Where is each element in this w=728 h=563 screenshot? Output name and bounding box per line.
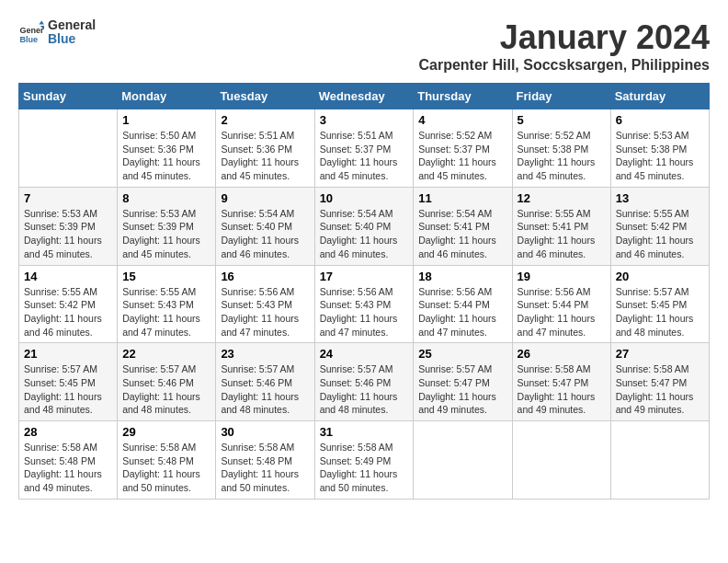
day-number: 17 xyxy=(320,270,409,283)
day-number: 20 xyxy=(616,270,704,283)
calendar-cell: 6Sunrise: 5:53 AM Sunset: 5:38 PM Daylig… xyxy=(610,109,709,188)
day-number: 9 xyxy=(221,191,309,205)
header-cell-wednesday: Wednesday xyxy=(314,84,414,109)
day-number: 14 xyxy=(24,270,112,283)
day-info: Sunrise: 5:58 AM Sunset: 5:48 PM Dayligh… xyxy=(24,441,112,495)
logo-icon: General Blue xyxy=(18,19,44,45)
logo-blue: Blue xyxy=(48,32,96,46)
day-info: Sunrise: 5:55 AM Sunset: 5:42 PM Dayligh… xyxy=(616,207,704,261)
day-number: 27 xyxy=(616,347,704,361)
calendar-cell: 11Sunrise: 5:54 AM Sunset: 5:41 PM Dayli… xyxy=(414,187,512,265)
calendar-cell: 2Sunrise: 5:51 AM Sunset: 5:36 PM Daylig… xyxy=(216,109,314,188)
day-info: Sunrise: 5:53 AM Sunset: 5:38 PM Dayligh… xyxy=(616,129,704,183)
day-info: Sunrise: 5:56 AM Sunset: 5:44 PM Dayligh… xyxy=(518,285,606,339)
svg-marker-2 xyxy=(39,21,44,25)
day-info: Sunrise: 5:53 AM Sunset: 5:39 PM Dayligh… xyxy=(24,207,112,261)
day-info: Sunrise: 5:54 AM Sunset: 5:40 PM Dayligh… xyxy=(320,207,409,261)
calendar-cell xyxy=(512,421,610,500)
header-cell-monday: Monday xyxy=(118,84,216,109)
header-cell-thursday: Thursday xyxy=(414,84,512,109)
calendar-cell: 7Sunrise: 5:53 AM Sunset: 5:39 PM Daylig… xyxy=(19,187,118,265)
day-number: 5 xyxy=(518,113,606,127)
day-info: Sunrise: 5:58 AM Sunset: 5:47 PM Dayligh… xyxy=(518,362,606,417)
calendar-cell: 25Sunrise: 5:57 AM Sunset: 5:47 PM Dayli… xyxy=(414,343,512,421)
calendar-cell: 27Sunrise: 5:58 AM Sunset: 5:47 PM Dayli… xyxy=(610,343,709,421)
day-info: Sunrise: 5:57 AM Sunset: 5:46 PM Dayligh… xyxy=(320,362,409,417)
day-number: 31 xyxy=(320,425,409,439)
day-number: 18 xyxy=(418,270,506,283)
calendar-cell: 24Sunrise: 5:57 AM Sunset: 5:46 PM Dayli… xyxy=(314,343,414,421)
day-number: 22 xyxy=(122,347,210,361)
calendar-header-row: SundayMondayTuesdayWednesdayThursdayFrid… xyxy=(19,84,710,109)
day-number: 3 xyxy=(320,113,409,127)
calendar-subtitle: Carpenter Hill, Soccsksargen, Philippine… xyxy=(418,57,710,74)
day-number: 28 xyxy=(24,425,112,439)
calendar-cell: 12Sunrise: 5:55 AM Sunset: 5:41 PM Dayli… xyxy=(512,187,610,265)
day-info: Sunrise: 5:51 AM Sunset: 5:37 PM Dayligh… xyxy=(320,129,409,183)
calendar-cell: 26Sunrise: 5:58 AM Sunset: 5:47 PM Dayli… xyxy=(512,343,610,421)
calendar-week-row: 21Sunrise: 5:57 AM Sunset: 5:45 PM Dayli… xyxy=(19,343,710,421)
day-info: Sunrise: 5:57 AM Sunset: 5:45 PM Dayligh… xyxy=(616,285,704,339)
calendar-cell: 20Sunrise: 5:57 AM Sunset: 5:45 PM Dayli… xyxy=(610,265,709,343)
calendar-cell: 29Sunrise: 5:58 AM Sunset: 5:48 PM Dayli… xyxy=(118,421,216,500)
day-info: Sunrise: 5:53 AM Sunset: 5:39 PM Dayligh… xyxy=(122,207,210,261)
calendar-cell: 18Sunrise: 5:56 AM Sunset: 5:44 PM Dayli… xyxy=(414,265,512,343)
calendar-cell: 14Sunrise: 5:55 AM Sunset: 5:42 PM Dayli… xyxy=(19,265,118,343)
day-number: 2 xyxy=(221,113,309,127)
calendar-cell: 15Sunrise: 5:55 AM Sunset: 5:43 PM Dayli… xyxy=(118,265,216,343)
day-number: 10 xyxy=(320,191,409,205)
calendar-cell: 9Sunrise: 5:54 AM Sunset: 5:40 PM Daylig… xyxy=(216,187,314,265)
day-info: Sunrise: 5:58 AM Sunset: 5:49 PM Dayligh… xyxy=(320,441,409,495)
calendar-cell: 10Sunrise: 5:54 AM Sunset: 5:40 PM Dayli… xyxy=(314,187,414,265)
day-info: Sunrise: 5:57 AM Sunset: 5:46 PM Dayligh… xyxy=(221,362,309,417)
day-number: 8 xyxy=(122,191,210,205)
day-number: 21 xyxy=(24,347,112,361)
calendar-week-row: 7Sunrise: 5:53 AM Sunset: 5:39 PM Daylig… xyxy=(19,187,710,265)
header-cell-saturday: Saturday xyxy=(610,84,709,109)
header: General Blue General Blue January 2024 C… xyxy=(18,18,710,74)
day-number: 29 xyxy=(122,425,210,439)
day-number: 25 xyxy=(418,347,506,361)
day-info: Sunrise: 5:50 AM Sunset: 5:36 PM Dayligh… xyxy=(122,129,210,183)
calendar-cell: 3Sunrise: 5:51 AM Sunset: 5:37 PM Daylig… xyxy=(314,109,414,188)
calendar-cell: 13Sunrise: 5:55 AM Sunset: 5:42 PM Dayli… xyxy=(610,187,709,265)
day-number: 1 xyxy=(122,113,210,127)
calendar-cell: 23Sunrise: 5:57 AM Sunset: 5:46 PM Dayli… xyxy=(216,343,314,421)
calendar-title: January 2024 xyxy=(418,18,710,57)
day-number: 13 xyxy=(616,191,704,205)
calendar-cell: 8Sunrise: 5:53 AM Sunset: 5:39 PM Daylig… xyxy=(118,187,216,265)
title-area: January 2024 Carpenter Hill, Soccsksarge… xyxy=(418,18,710,74)
calendar-week-row: 14Sunrise: 5:55 AM Sunset: 5:42 PM Dayli… xyxy=(19,265,710,343)
day-info: Sunrise: 5:57 AM Sunset: 5:45 PM Dayligh… xyxy=(24,362,112,417)
day-info: Sunrise: 5:58 AM Sunset: 5:48 PM Dayligh… xyxy=(122,441,210,495)
day-number: 11 xyxy=(418,191,506,205)
day-number: 23 xyxy=(221,347,309,361)
svg-text:Blue: Blue xyxy=(19,35,38,44)
day-info: Sunrise: 5:55 AM Sunset: 5:42 PM Dayligh… xyxy=(24,285,112,339)
day-info: Sunrise: 5:55 AM Sunset: 5:41 PM Dayligh… xyxy=(518,207,606,261)
day-info: Sunrise: 5:58 AM Sunset: 5:48 PM Dayligh… xyxy=(221,441,309,495)
day-number: 15 xyxy=(122,270,210,283)
day-info: Sunrise: 5:52 AM Sunset: 5:37 PM Dayligh… xyxy=(418,129,506,183)
calendar-cell xyxy=(610,421,709,500)
calendar-cell xyxy=(19,109,118,188)
calendar-cell: 1Sunrise: 5:50 AM Sunset: 5:36 PM Daylig… xyxy=(118,109,216,188)
calendar-cell: 31Sunrise: 5:58 AM Sunset: 5:49 PM Dayli… xyxy=(314,421,414,500)
calendar-cell: 19Sunrise: 5:56 AM Sunset: 5:44 PM Dayli… xyxy=(512,265,610,343)
calendar-cell: 30Sunrise: 5:58 AM Sunset: 5:48 PM Dayli… xyxy=(216,421,314,500)
calendar-cell xyxy=(414,421,512,500)
day-info: Sunrise: 5:54 AM Sunset: 5:40 PM Dayligh… xyxy=(221,207,309,261)
calendar-week-row: 1Sunrise: 5:50 AM Sunset: 5:36 PM Daylig… xyxy=(19,109,710,188)
day-info: Sunrise: 5:57 AM Sunset: 5:46 PM Dayligh… xyxy=(122,362,210,417)
calendar-week-row: 28Sunrise: 5:58 AM Sunset: 5:48 PM Dayli… xyxy=(19,421,710,500)
calendar-table: SundayMondayTuesdayWednesdayThursdayFrid… xyxy=(18,83,710,500)
day-number: 30 xyxy=(221,425,309,439)
day-info: Sunrise: 5:55 AM Sunset: 5:43 PM Dayligh… xyxy=(122,285,210,339)
calendar-cell: 21Sunrise: 5:57 AM Sunset: 5:45 PM Dayli… xyxy=(19,343,118,421)
day-info: Sunrise: 5:56 AM Sunset: 5:44 PM Dayligh… xyxy=(418,285,506,339)
calendar-cell: 22Sunrise: 5:57 AM Sunset: 5:46 PM Dayli… xyxy=(118,343,216,421)
calendar-cell: 16Sunrise: 5:56 AM Sunset: 5:43 PM Dayli… xyxy=(216,265,314,343)
day-number: 12 xyxy=(518,191,606,205)
day-info: Sunrise: 5:54 AM Sunset: 5:41 PM Dayligh… xyxy=(418,207,506,261)
calendar-cell: 4Sunrise: 5:52 AM Sunset: 5:37 PM Daylig… xyxy=(414,109,512,188)
